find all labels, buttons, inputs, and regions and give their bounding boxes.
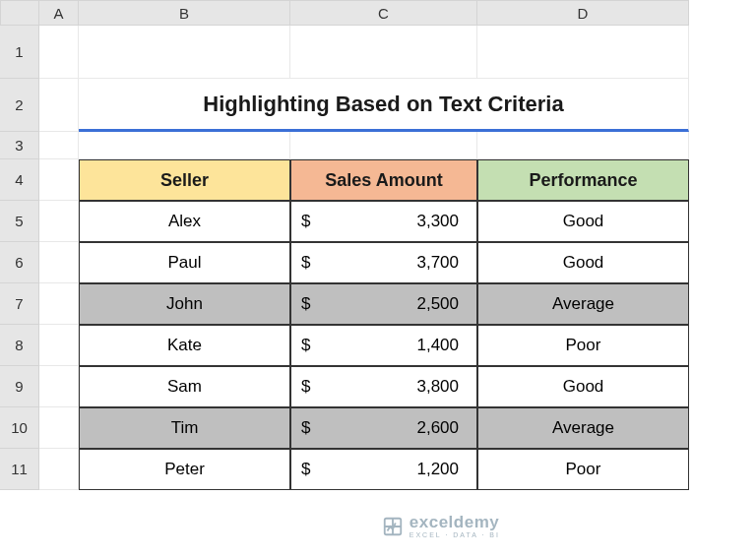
cell-A9[interactable] <box>39 366 79 407</box>
cell-performance-7[interactable]: Average <box>477 283 689 325</box>
currency-symbol: $ <box>301 418 310 438</box>
row-header-10[interactable]: 10 <box>0 407 39 449</box>
cell-performance-5[interactable]: Good <box>477 201 689 242</box>
col-header-D[interactable]: D <box>477 0 689 26</box>
cell-D1[interactable] <box>477 26 689 79</box>
watermark: exceldemy EXCEL · DATA · BI <box>382 514 500 538</box>
col-header-A[interactable]: A <box>39 0 79 26</box>
cell-A3[interactable] <box>39 132 79 159</box>
row-header-1[interactable]: 1 <box>0 26 39 79</box>
cell-C1[interactable] <box>290 26 477 79</box>
cell-sales-7[interactable]: $2,500 <box>290 283 477 325</box>
row-header-5[interactable]: 5 <box>0 201 39 242</box>
cell-seller-8[interactable]: Kate <box>79 325 290 366</box>
cell-A11[interactable] <box>39 449 79 490</box>
cell-seller-9[interactable]: Sam <box>79 366 290 407</box>
cell-performance-9[interactable]: Good <box>477 366 689 407</box>
cell-A10[interactable] <box>39 407 79 449</box>
watermark-main: exceldemy <box>410 514 500 530</box>
cell-A1[interactable] <box>39 26 79 79</box>
currency-symbol: $ <box>301 253 310 273</box>
cell-seller-7[interactable]: John <box>79 283 290 325</box>
cell-performance-11[interactable]: Poor <box>477 449 689 490</box>
row-header-8[interactable]: 8 <box>0 325 39 366</box>
header-performance[interactable]: Performance <box>477 159 689 201</box>
row-header-3[interactable]: 3 <box>0 132 39 159</box>
cell-sales-8[interactable]: $1,400 <box>290 325 477 366</box>
cell-performance-10[interactable]: Average <box>477 407 689 449</box>
cell-A8[interactable] <box>39 325 79 366</box>
cell-performance-8[interactable]: Poor <box>477 325 689 366</box>
currency-symbol: $ <box>301 336 310 355</box>
spreadsheet-grid: A B C D 1 2 Highlighting Based on Text C… <box>0 0 756 490</box>
row-header-4[interactable]: 4 <box>0 159 39 201</box>
cell-seller-5[interactable]: Alex <box>79 201 290 242</box>
cell-sales-6[interactable]: $3,700 <box>290 242 477 283</box>
col-header-B[interactable]: B <box>79 0 290 26</box>
grid-corner <box>0 0 39 26</box>
amount-value: 3,300 <box>416 212 459 231</box>
cell-seller-10[interactable]: Tim <box>79 407 290 449</box>
cell-C3[interactable] <box>290 132 477 159</box>
cell-B3[interactable] <box>79 132 290 159</box>
row-header-6[interactable]: 6 <box>0 242 39 283</box>
watermark-text: exceldemy EXCEL · DATA · BI <box>410 514 500 538</box>
amount-value: 2,600 <box>416 418 459 438</box>
cell-performance-6[interactable]: Good <box>477 242 689 283</box>
watermark-icon <box>382 516 404 537</box>
amount-value: 1,400 <box>416 336 459 355</box>
cell-B1[interactable] <box>79 26 290 79</box>
row-header-2[interactable]: 2 <box>0 79 39 132</box>
amount-value: 3,800 <box>416 377 459 397</box>
cell-A4[interactable] <box>39 159 79 201</box>
col-header-C[interactable]: C <box>290 0 477 26</box>
cell-A5[interactable] <box>39 201 79 242</box>
cell-sales-10[interactable]: $2,600 <box>290 407 477 449</box>
title-cell[interactable]: Highlighting Based on Text Criteria <box>79 79 689 132</box>
cell-A7[interactable] <box>39 283 79 325</box>
cell-D3[interactable] <box>477 132 689 159</box>
currency-symbol: $ <box>301 377 310 397</box>
cell-seller-6[interactable]: Paul <box>79 242 290 283</box>
row-header-7[interactable]: 7 <box>0 283 39 325</box>
cell-seller-11[interactable]: Peter <box>79 449 290 490</box>
header-sales[interactable]: Sales Amount <box>290 159 477 201</box>
amount-value: 2,500 <box>416 294 459 314</box>
row-header-9[interactable]: 9 <box>0 366 39 407</box>
cell-sales-5[interactable]: $3,300 <box>290 201 477 242</box>
cell-sales-9[interactable]: $3,800 <box>290 366 477 407</box>
currency-symbol: $ <box>301 294 310 314</box>
row-header-11[interactable]: 11 <box>0 449 39 490</box>
cell-A2[interactable] <box>39 79 79 132</box>
currency-symbol: $ <box>301 212 310 231</box>
amount-value: 1,200 <box>416 460 459 479</box>
watermark-sub: EXCEL · DATA · BI <box>410 531 500 538</box>
cell-A6[interactable] <box>39 242 79 283</box>
cell-sales-11[interactable]: $1,200 <box>290 449 477 490</box>
header-seller[interactable]: Seller <box>79 159 290 201</box>
currency-symbol: $ <box>301 460 310 479</box>
amount-value: 3,700 <box>416 253 459 273</box>
